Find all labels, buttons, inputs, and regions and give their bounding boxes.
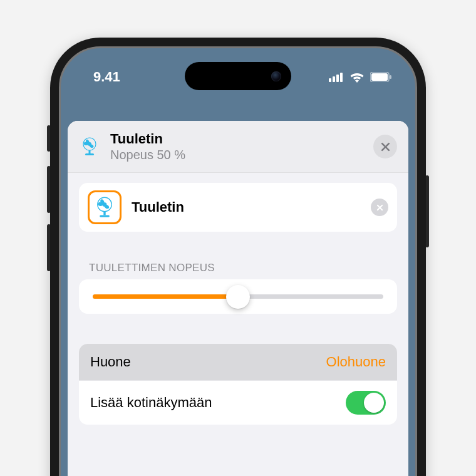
- accessory-title: Tuuletin: [110, 131, 363, 147]
- camera-icon: [271, 71, 281, 81]
- svg-rect-5: [371, 73, 388, 81]
- speed-section-label: TUULETTIMEN NOPEUS: [89, 262, 397, 274]
- cellular-icon: [329, 72, 344, 82]
- wifi-icon: [349, 72, 365, 83]
- close-icon: [376, 204, 383, 211]
- room-label: Huone: [90, 354, 131, 370]
- svg-rect-14: [100, 215, 110, 217]
- svg-rect-6: [390, 75, 391, 79]
- dynamic-island: [185, 62, 291, 90]
- status-time: 9.41: [93, 69, 120, 85]
- slider-fill: [93, 294, 238, 299]
- svg-rect-9: [89, 150, 91, 153]
- svg-rect-3: [340, 73, 343, 82]
- accessory-sheet: Tuuletin Nopeus 50 % Tuuletin: [68, 121, 408, 476]
- room-value: Olohuone: [326, 354, 386, 370]
- add-to-home-label: Lisää kotinäkymään: [90, 395, 212, 411]
- close-icon: [381, 142, 390, 152]
- add-to-home-row: Lisää kotinäkymään: [79, 381, 397, 425]
- screen: 9.41 Tuuletin Nopeus 5: [59, 46, 417, 476]
- accessory-name-card[interactable]: Tuuletin: [79, 183, 397, 232]
- toggle-knob: [364, 393, 384, 413]
- fan-icon: [88, 190, 122, 224]
- accessory-status: Nopeus 50 %: [110, 148, 363, 162]
- svg-rect-0: [329, 78, 331, 82]
- speed-slider[interactable]: [93, 294, 383, 299]
- add-to-home-toggle[interactable]: [346, 391, 386, 415]
- svg-rect-10: [85, 153, 94, 155]
- svg-rect-1: [333, 76, 335, 82]
- svg-rect-2: [336, 75, 339, 82]
- clear-name-button[interactable]: [371, 199, 388, 216]
- slider-thumb[interactable]: [226, 285, 250, 309]
- accessory-name: Tuuletin: [132, 199, 361, 215]
- fan-icon: [79, 136, 100, 157]
- speed-slider-card: [79, 279, 397, 314]
- room-row[interactable]: Huone Olohuone: [79, 344, 397, 381]
- close-button[interactable]: [373, 135, 397, 158]
- battery-icon: [370, 72, 391, 82]
- svg-rect-13: [103, 212, 105, 215]
- settings-list: Huone Olohuone Lisää kotinäkymään: [79, 344, 397, 425]
- sheet-header: Tuuletin Nopeus 50 %: [68, 121, 408, 173]
- phone-frame: 9.41 Tuuletin Nopeus 5: [50, 38, 426, 476]
